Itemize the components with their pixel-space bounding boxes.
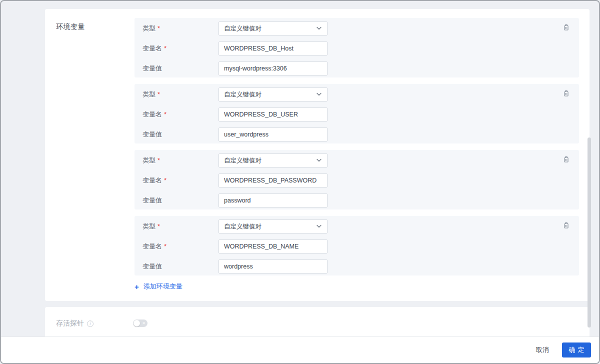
type-row: 类型* 自定义键值对 [142, 220, 571, 234]
scrollbar-thumb[interactable] [588, 138, 591, 328]
env-variable-list: 类型* 自定义键值对 [134, 18, 579, 291]
variable-name-label: 变量名* [142, 242, 218, 251]
toggle-off-x-icon [142, 321, 146, 326]
variable-name-input[interactable] [218, 174, 328, 188]
type-select[interactable]: 自定义键值对 [218, 220, 328, 234]
footer-bar: 取消 确定 [1, 336, 599, 363]
env-variable-group: 类型* 自定义键值对 [134, 18, 579, 78]
env-variable-group: 类型* 自定义键值对 [134, 216, 579, 276]
variable-name-input[interactable] [218, 108, 328, 122]
type-select-value: 自定义键值对 [224, 222, 262, 231]
type-row: 类型* 自定义键值对 [142, 88, 571, 102]
type-select[interactable]: 自定义键值对 [218, 88, 328, 102]
probe-section-title: 存活探针 [56, 319, 84, 328]
info-icon [87, 320, 94, 327]
variable-name-input[interactable] [218, 240, 328, 254]
value-row: 变量值 [142, 128, 571, 142]
env-variable-group: 类型* 自定义键值对 [134, 150, 579, 210]
liveness-probe-toggle[interactable] [133, 320, 148, 327]
variable-value-label: 变量值 [142, 64, 218, 73]
variable-value-input[interactable] [218, 194, 328, 208]
delete-variable-button[interactable] [562, 156, 570, 164]
delete-variable-button[interactable] [562, 90, 570, 98]
chevron-down-icon [316, 157, 322, 164]
add-env-variable-label: 添加环境变量 [144, 282, 182, 291]
type-row: 类型* 自定义键值对 [142, 154, 571, 168]
variable-name-label: 变量名* [142, 44, 218, 53]
name-row: 变量名* [142, 108, 571, 122]
chevron-down-icon [316, 25, 322, 32]
required-asterisk: * [164, 176, 166, 184]
chevron-down-icon [316, 223, 322, 230]
type-select-value: 自定义键值对 [224, 156, 262, 165]
required-asterisk: * [164, 44, 166, 52]
variable-name-input[interactable] [218, 42, 328, 56]
variable-name-label: 变量名* [142, 176, 218, 185]
env-variables-card: 环境变量 类型* 自定义键值对 [45, 9, 590, 301]
type-select[interactable]: 自定义键值对 [218, 22, 328, 36]
cancel-button[interactable]: 取消 [536, 346, 549, 354]
env-section-title: 环境变量 [56, 22, 85, 32]
type-label: 类型* [142, 90, 218, 99]
trash-icon [562, 156, 570, 166]
delete-variable-button[interactable] [562, 24, 570, 32]
variable-value-input[interactable] [218, 128, 328, 142]
type-select-value: 自定义键值对 [224, 90, 262, 99]
probe-section-title-row: 存活探针 [56, 319, 94, 328]
variable-name-label: 变量名* [142, 110, 218, 119]
required-asterisk: * [158, 24, 160, 32]
type-label: 类型* [142, 156, 218, 165]
required-asterisk: * [164, 242, 166, 250]
variable-value-label: 变量值 [142, 262, 218, 271]
plus-icon: + [134, 283, 139, 290]
variable-value-input[interactable] [218, 62, 328, 76]
required-asterisk: * [158, 156, 160, 164]
type-select[interactable]: 自定义键值对 [218, 154, 328, 168]
name-row: 变量名* [142, 240, 571, 254]
chevron-down-icon [316, 91, 322, 98]
type-label: 类型* [142, 24, 218, 33]
value-row: 变量值 [142, 62, 571, 76]
add-env-variable-button[interactable]: +添加环境变量 [134, 282, 182, 291]
name-row: 变量名* [142, 174, 571, 188]
type-select-value: 自定义键值对 [224, 24, 262, 33]
value-row: 变量值 [142, 194, 571, 208]
name-row: 变量名* [142, 42, 571, 56]
delete-variable-button[interactable] [562, 222, 570, 230]
env-variable-group: 类型* 自定义键值对 [134, 84, 579, 144]
type-row: 类型* 自定义键值对 [142, 22, 571, 36]
variable-value-label: 变量值 [142, 130, 218, 139]
required-asterisk: * [158, 90, 160, 98]
trash-icon [562, 222, 570, 232]
type-label: 类型* [142, 222, 218, 231]
trash-icon [562, 90, 570, 100]
required-asterisk: * [164, 110, 166, 118]
trash-icon [562, 24, 570, 34]
variable-value-input[interactable] [218, 260, 328, 274]
confirm-button[interactable]: 确定 [562, 342, 591, 358]
value-row: 变量值 [142, 260, 571, 274]
toggle-knob [134, 320, 140, 326]
liveness-probe-card: 存活探针 [45, 307, 590, 338]
variable-value-label: 变量值 [142, 196, 218, 205]
required-asterisk: * [158, 222, 160, 230]
